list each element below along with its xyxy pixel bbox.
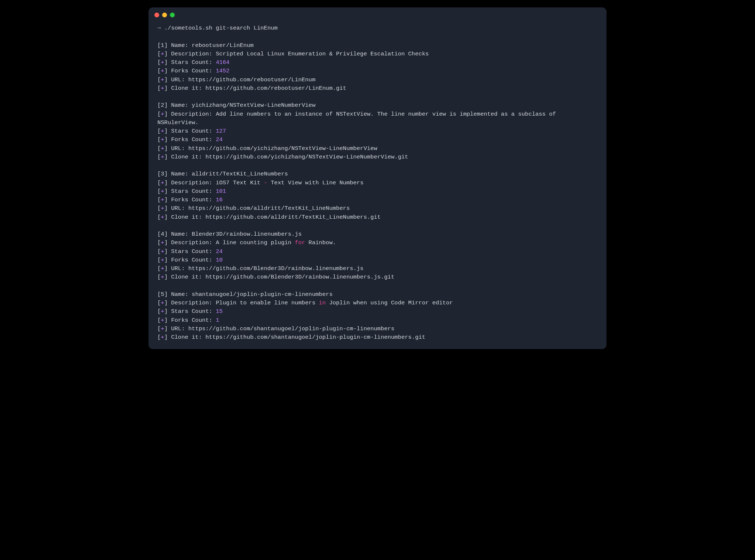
terminal-window: → ./sometools.sh git-search LinEnum[1] N… xyxy=(148,7,607,349)
result-url-line: [+] URL: https://github.com/Blender3D/ra… xyxy=(157,264,598,273)
stars-count: 101 xyxy=(216,188,226,195)
zoom-icon[interactable] xyxy=(170,13,175,17)
result-forks-line: [+] Forks Count: 10 xyxy=(157,256,598,264)
result-description-line: [+] Description: Add line numbers to an … xyxy=(157,110,598,127)
repo-clone-url: https://github.com/shantanugoel/joplin-p… xyxy=(205,334,425,341)
blank-line xyxy=(157,93,598,101)
result-stars-line: [+] Stars Count: 127 xyxy=(157,127,598,136)
result-stars-line: [+] Stars Count: 15 xyxy=(157,307,598,316)
result-forks-line: [+] Forks Count: 1452 xyxy=(157,67,598,75)
repo-name: yichizhang/NSTextView-LineNumberView xyxy=(192,102,315,109)
result-name-line: [5] Name: shantanugoel/joplin-plugin-cm-… xyxy=(157,290,598,299)
repo-url: https://github.com/rebootuser/LinEnum xyxy=(188,76,315,83)
close-icon[interactable] xyxy=(154,13,159,17)
highlighted-keyword: - xyxy=(264,180,267,186)
repo-description: Plugin to enable line numbers xyxy=(216,300,319,306)
result-forks-line: [+] Forks Count: 1 xyxy=(157,316,598,325)
result-clone-line: [+] Clone it: https://github.com/alldrit… xyxy=(157,213,598,222)
repo-url: https://github.com/yichizhang/NSTextView… xyxy=(188,145,378,152)
forks-count: 1452 xyxy=(216,68,229,74)
forks-count: 1 xyxy=(216,317,219,324)
result-stars-line: [+] Stars Count: 4164 xyxy=(157,58,598,67)
result-clone-line: [+] Clone it: https://github.com/shantan… xyxy=(157,333,598,342)
blank-line xyxy=(157,222,598,230)
repo-clone-url: https://github.com/rebootuser/LinEnum.gi… xyxy=(205,85,346,92)
result-url-line: [+] URL: https://github.com/rebootuser/L… xyxy=(157,76,598,84)
highlighted-keyword: for xyxy=(295,239,305,246)
result-name-line: [4] Name: Blender3D/rainbow.linenumbers.… xyxy=(157,230,598,239)
repo-name: alldritt/TextKit_LineNumbers xyxy=(192,171,288,177)
result-clone-line: [+] Clone it: https://github.com/Blender… xyxy=(157,273,598,281)
result-url-line: [+] URL: https://github.com/shantanugoel… xyxy=(157,325,598,333)
results-container: [1] Name: rebootuser/LinEnum[+] Descript… xyxy=(157,41,598,342)
result-stars-line: [+] Stars Count: 101 xyxy=(157,187,598,196)
result-description-line: [+] Description: iOS7 Text Kit - Text Vi… xyxy=(157,179,598,187)
repo-name: shantanugoel/joplin-plugin-cm-linenumber… xyxy=(192,291,332,298)
highlighted-keyword: in xyxy=(319,300,326,306)
blank-line xyxy=(157,282,598,290)
result-description-line: [+] Description: Plugin to enable line n… xyxy=(157,299,598,307)
result-forks-line: [+] Forks Count: 16 xyxy=(157,196,598,204)
terminal-output[interactable]: → ./sometools.sh git-search LinEnum[1] N… xyxy=(148,20,607,349)
prompt-line: → ./sometools.sh git-search LinEnum xyxy=(157,24,598,33)
repo-clone-url: https://github.com/Blender3D/rainbow.lin… xyxy=(205,274,394,280)
prompt-arrow-icon: → xyxy=(157,25,161,31)
repo-url: https://github.com/alldritt/TextKit_Line… xyxy=(188,205,350,212)
result-clone-line: [+] Clone it: https://github.com/rebootu… xyxy=(157,84,598,93)
forks-count: 16 xyxy=(216,197,223,203)
stars-count: 24 xyxy=(216,248,223,255)
command-text: ./sometools.sh git-search LinEnum xyxy=(164,25,278,31)
result-description-line: [+] Description: A line counting plugin … xyxy=(157,239,598,247)
result-description-line: [+] Description: Scripted Local Linux En… xyxy=(157,50,598,58)
repo-description: Add line numbers to an instance of NSTex… xyxy=(157,111,559,126)
result-clone-line: [+] Clone it: https://github.com/yichizh… xyxy=(157,153,598,161)
forks-count: 10 xyxy=(216,257,223,263)
repo-description: A line counting plugin xyxy=(216,239,295,246)
stars-count: 127 xyxy=(216,128,226,134)
minimize-icon[interactable] xyxy=(162,13,167,17)
repo-clone-url: https://github.com/alldritt/TextKit_Line… xyxy=(205,214,380,221)
result-url-line: [+] URL: https://github.com/yichizhang/N… xyxy=(157,144,598,153)
repo-url: https://github.com/Blender3D/rainbow.lin… xyxy=(188,265,363,272)
blank-line xyxy=(157,161,598,170)
window-titlebar xyxy=(148,7,607,20)
repo-description: iOS7 Text Kit xyxy=(216,180,264,186)
result-name-line: [1] Name: rebootuser/LinEnum xyxy=(157,41,598,50)
result-forks-line: [+] Forks Count: 24 xyxy=(157,136,598,144)
stars-count: 4164 xyxy=(216,59,229,66)
result-name-line: [3] Name: alldritt/TextKit_LineNumbers xyxy=(157,170,598,178)
repo-clone-url: https://github.com/yichizhang/NSTextView… xyxy=(205,154,408,160)
repo-description: Scripted Local Linux Enumeration & Privi… xyxy=(216,51,429,57)
result-stars-line: [+] Stars Count: 24 xyxy=(157,247,598,256)
result-name-line: [2] Name: yichizhang/NSTextView-LineNumb… xyxy=(157,101,598,110)
repo-name: Blender3D/rainbow.linenumbers.js xyxy=(192,231,302,238)
blank-line xyxy=(157,33,598,41)
forks-count: 24 xyxy=(216,136,223,143)
repo-name: rebootuser/LinEnum xyxy=(192,42,253,49)
repo-url: https://github.com/shantanugoel/joplin-p… xyxy=(188,325,394,332)
stars-count: 15 xyxy=(216,308,223,315)
result-url-line: [+] URL: https://github.com/alldritt/Tex… xyxy=(157,204,598,213)
